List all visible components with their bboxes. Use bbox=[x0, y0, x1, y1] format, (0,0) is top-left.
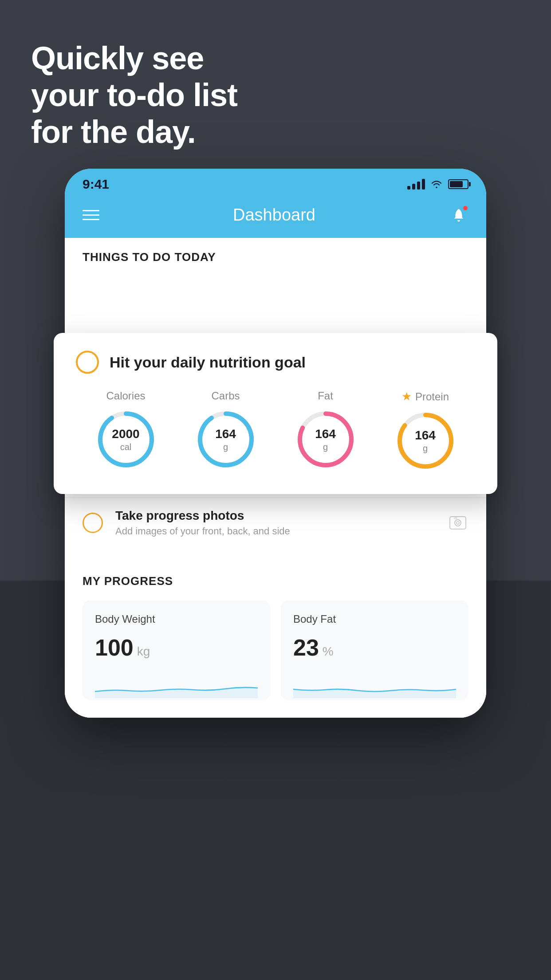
body-fat-title: Body Fat bbox=[293, 613, 456, 625]
calories-donut: 2000 cal bbox=[95, 408, 157, 470]
nutrition-card-title: Hit your daily nutrition goal bbox=[110, 354, 306, 371]
photo-icon bbox=[447, 512, 468, 533]
fat-unit: g bbox=[315, 442, 336, 452]
carbs-value: 164 bbox=[215, 427, 236, 442]
headline-text: Quickly see your to-do list for the day. bbox=[31, 40, 237, 150]
fat-stat: Fat 164 g bbox=[295, 390, 357, 470]
todo-title-photos: Take progress photos bbox=[115, 509, 435, 523]
header-title: Dashboard bbox=[233, 205, 315, 225]
fat-label: Fat bbox=[318, 390, 333, 402]
progress-section: MY PROGRESS Body Weight 100 kg Body Fat bbox=[65, 557, 486, 718]
calories-value: 2000 bbox=[112, 427, 139, 442]
carbs-donut: 164 g bbox=[195, 408, 257, 470]
nutrition-stats: Calories 2000 cal Carbs bbox=[76, 390, 475, 472]
body-fat-value: 23 bbox=[293, 634, 319, 661]
status-icons bbox=[407, 179, 468, 190]
battery-icon bbox=[448, 179, 468, 189]
nutrition-card-header: Hit your daily nutrition goal bbox=[76, 351, 475, 374]
notification-bell[interactable] bbox=[449, 205, 468, 225]
body-fat-unit: % bbox=[323, 644, 334, 659]
protein-stat: ★ Protein 164 g bbox=[394, 390, 457, 472]
body-weight-title: Body Weight bbox=[95, 613, 258, 625]
progress-cards: Body Weight 100 kg Body Fat 23 % bbox=[83, 601, 468, 700]
fat-value: 164 bbox=[315, 427, 336, 442]
menu-button[interactable] bbox=[83, 210, 99, 220]
progress-title: MY PROGRESS bbox=[83, 574, 468, 588]
carbs-unit: g bbox=[215, 442, 236, 452]
todo-checkbox-photos[interactable] bbox=[83, 513, 103, 533]
carbs-stat: Carbs 164 g bbox=[195, 390, 257, 470]
body-weight-value: 100 bbox=[95, 634, 134, 661]
status-time: 9:41 bbox=[83, 177, 109, 192]
body-fat-chart bbox=[293, 672, 456, 698]
carbs-label: Carbs bbox=[211, 390, 240, 402]
status-bar: 9:41 bbox=[65, 169, 486, 196]
fat-donut: 164 g bbox=[295, 408, 357, 470]
protein-donut: 164 g bbox=[394, 410, 457, 472]
calories-stat: Calories 2000 cal bbox=[95, 390, 157, 470]
nutrition-checkbox[interactable] bbox=[76, 351, 99, 374]
todo-sub-photos: Add images of your front, back, and side bbox=[115, 526, 435, 537]
protein-label: ★ Protein bbox=[401, 390, 449, 403]
list-item[interactable]: Take progress photos Add images of your … bbox=[65, 498, 486, 548]
svg-point-2 bbox=[455, 520, 461, 526]
body-weight-unit: kg bbox=[137, 644, 150, 659]
body-fat-card[interactable]: Body Fat 23 % bbox=[281, 601, 468, 700]
protein-unit: g bbox=[415, 443, 436, 454]
calories-label: Calories bbox=[106, 390, 145, 402]
nutrition-card: Hit your daily nutrition goal Calories 2… bbox=[54, 333, 497, 494]
star-icon: ★ bbox=[401, 390, 412, 403]
signal-icon bbox=[407, 179, 425, 190]
things-today-title: THINGS TO DO TODAY bbox=[83, 250, 468, 264]
svg-rect-1 bbox=[450, 517, 466, 529]
body-weight-card[interactable]: Body Weight 100 kg bbox=[83, 601, 270, 700]
svg-point-3 bbox=[457, 522, 459, 524]
svg-rect-4 bbox=[454, 518, 457, 519]
things-today-header: THINGS TO DO TODAY bbox=[65, 238, 486, 273]
notification-dot bbox=[462, 205, 468, 211]
body-weight-chart bbox=[95, 672, 258, 698]
wifi-icon bbox=[430, 180, 443, 189]
calories-unit: cal bbox=[112, 442, 139, 452]
protein-value: 164 bbox=[415, 428, 436, 443]
app-header: Dashboard bbox=[65, 196, 486, 238]
